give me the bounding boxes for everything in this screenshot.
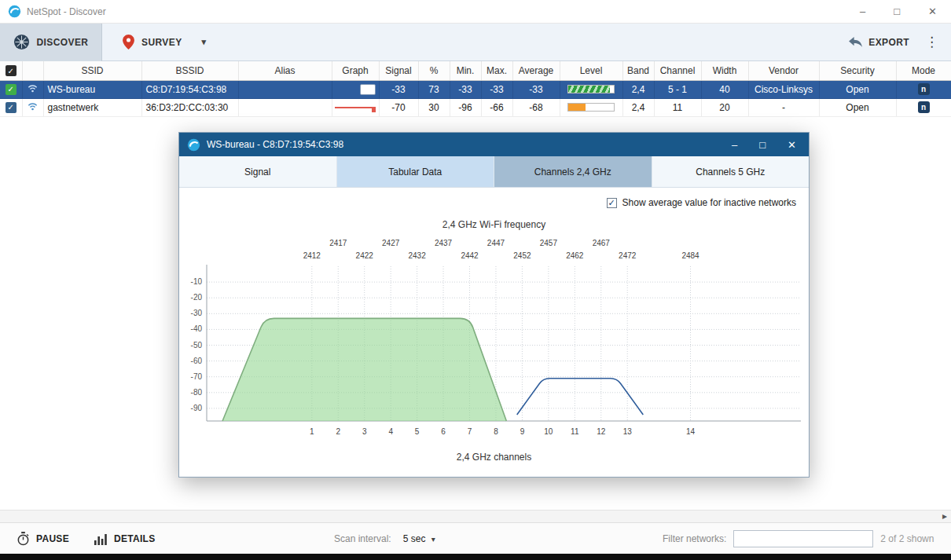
tab-channels-24ghz[interactable]: Channels 2,4 GHz — [494, 156, 652, 187]
svg-text:8: 8 — [494, 427, 498, 436]
minimize-button[interactable]: – — [860, 6, 865, 16]
mode-badge: n — [918, 101, 930, 113]
svg-text:11: 11 — [571, 427, 579, 436]
cell-bssid: 36:D3:2D:CC:03:30 — [141, 98, 238, 116]
scan-interval-label: Scan interval: — [334, 533, 391, 544]
col-alias[interactable]: Alias — [238, 61, 332, 80]
cell-max: -66 — [481, 98, 512, 116]
col-band[interactable]: Band — [622, 61, 654, 80]
level-bar — [567, 85, 615, 93]
svg-text:2442: 2442 — [461, 251, 479, 260]
col-width[interactable]: Width — [701, 61, 748, 80]
export-label: EXPORT — [868, 37, 909, 48]
network-row-ws-bureau[interactable]: ✓ WS-bureau C8:D7:19:54:C3:98 -33 73 -33… — [0, 80, 951, 98]
details-button[interactable]: DETAILS — [94, 523, 156, 555]
col-channel[interactable]: Channel — [654, 61, 701, 80]
svg-text:3: 3 — [362, 427, 366, 436]
graph-thumbnail — [360, 84, 376, 95]
row-checkbox[interactable]: ✓ — [6, 102, 17, 113]
show-average-checkbox[interactable]: ✓ Show average value for inactive networ… — [179, 197, 809, 208]
cell-width: 40 — [701, 80, 748, 98]
col-security[interactable]: Security — [819, 61, 896, 80]
svg-text:-20: -20 — [190, 293, 202, 302]
svg-text:2422: 2422 — [355, 251, 373, 260]
tab-channels-5ghz[interactable]: Channels 5 GHz — [652, 156, 810, 187]
cell-vendor: Cisco-Linksys — [748, 80, 819, 98]
cell-alias — [238, 80, 332, 98]
filter-networks-input[interactable] — [733, 530, 873, 547]
cell-percent: 73 — [418, 80, 450, 98]
dialog-minimize-button[interactable]: – — [732, 139, 737, 151]
horizontal-scrollbar[interactable]: ▸ — [0, 510, 951, 522]
select-all-checkbox[interactable]: ✓ — [6, 65, 17, 76]
svg-text:-40: -40 — [190, 324, 202, 333]
survey-tab[interactable]: SURVEY ▾ — [123, 35, 206, 49]
cell-width: 20 — [701, 98, 748, 116]
svg-text:2452: 2452 — [513, 251, 531, 260]
dialog-close-button[interactable]: ✕ — [788, 139, 796, 151]
checkbox-checked-icon[interactable]: ✓ — [607, 198, 617, 208]
netspot-logo-icon — [8, 5, 21, 18]
col-bssid[interactable]: BSSID — [141, 61, 238, 80]
cell-signal: -70 — [379, 98, 418, 116]
col-min[interactable]: Min. — [450, 61, 481, 80]
filter-group: Filter networks: 2 of 2 shown — [663, 523, 934, 555]
col-level[interactable]: Level — [560, 61, 622, 80]
svg-text:2417: 2417 — [329, 239, 347, 247]
tab-tabular-data[interactable]: Tabular Data — [337, 156, 495, 187]
cell-mode: n — [896, 80, 951, 98]
dialog-titlebar[interactable]: WS-bureau - C8:D7:19:54:C3:98 – □ ✕ — [179, 133, 809, 156]
bottom-edge-strip — [0, 554, 951, 560]
scroll-right-arrow-icon[interactable]: ▸ — [942, 511, 947, 522]
col-percent[interactable]: % — [418, 61, 450, 80]
close-button[interactable]: ✕ — [928, 6, 937, 16]
col-status — [22, 61, 43, 80]
level-bar — [567, 103, 615, 112]
dialog-title: WS-bureau - C8:D7:19:54:C3:98 — [207, 139, 343, 150]
svg-text:-50: -50 — [190, 341, 202, 350]
row-checkbox[interactable]: ✓ — [6, 84, 17, 95]
svg-text:2427: 2427 — [382, 239, 400, 247]
dialog-maximize-button[interactable]: □ — [759, 139, 766, 151]
window-controls: – □ ✕ — [860, 6, 943, 16]
discover-tab[interactable]: DISCOVER — [0, 24, 102, 61]
svg-text:4: 4 — [388, 427, 393, 436]
scan-interval-dropdown[interactable]: 5 sec ▾ — [403, 533, 435, 544]
network-row-gastnetwerk[interactable]: ✓ gastnetwerk 36:D3:2D:CC:03:30 -70 30 -… — [0, 98, 951, 116]
cell-graph — [332, 80, 379, 98]
pause-button[interactable]: PAUSE — [17, 523, 69, 555]
show-average-label: Show average value for inactive networks — [622, 197, 796, 208]
maximize-button[interactable]: □ — [894, 6, 900, 16]
col-graph[interactable]: Graph — [332, 61, 379, 80]
graph-sparkline — [335, 102, 376, 113]
col-signal[interactable]: Signal — [379, 61, 418, 80]
svg-text:-90: -90 — [190, 404, 202, 412]
cell-max: -33 — [481, 80, 512, 98]
survey-caret-icon[interactable]: ▾ — [202, 37, 207, 47]
svg-text:6: 6 — [441, 427, 446, 436]
svg-text:12: 12 — [597, 427, 606, 436]
svg-text:-80: -80 — [190, 388, 202, 397]
overflow-menu-icon[interactable]: ⋮ — [925, 34, 938, 50]
col-mode[interactable]: Mode — [896, 61, 951, 80]
cell-average: -68 — [512, 98, 560, 116]
stopwatch-icon — [17, 532, 29, 546]
chart-xlabel: 2,4 GHz channels — [179, 452, 809, 463]
pause-label: PAUSE — [36, 533, 69, 544]
svg-text:2484: 2484 — [681, 251, 699, 260]
dialog-window-controls: – □ ✕ — [732, 139, 801, 151]
cell-level — [560, 98, 622, 116]
col-ssid[interactable]: SSID — [43, 61, 141, 80]
compass-icon — [13, 34, 30, 50]
cell-percent: 30 — [418, 98, 450, 116]
tab-signal[interactable]: Signal — [179, 156, 337, 187]
col-max[interactable]: Max. — [481, 61, 512, 80]
cell-band: 2,4 — [622, 98, 654, 116]
cell-ssid: gastnetwerk — [43, 98, 141, 116]
col-average[interactable]: Average — [512, 61, 560, 80]
wifi-signal-icon — [27, 83, 39, 95]
map-pin-icon — [123, 35, 134, 49]
col-vendor[interactable]: Vendor — [748, 61, 819, 80]
cell-bssid: C8:D7:19:54:C3:98 — [141, 80, 238, 98]
export-button[interactable]: EXPORT — [848, 36, 909, 48]
